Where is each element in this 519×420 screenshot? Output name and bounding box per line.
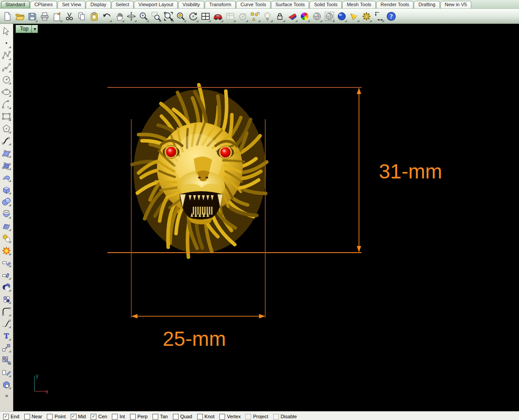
new-file-button[interactable] bbox=[2, 10, 13, 23]
osnap-point-checkbox[interactable] bbox=[47, 414, 53, 420]
mesh-button[interactable] bbox=[1, 221, 11, 231]
osnap-end-checkbox[interactable]: ✓ bbox=[3, 414, 9, 420]
lamp-button[interactable] bbox=[262, 10, 273, 23]
tab-render-tools[interactable]: Render Tools bbox=[376, 1, 414, 8]
osnap-perp-checkbox[interactable] bbox=[130, 414, 136, 420]
tab-solid-tools[interactable]: Solid Tools bbox=[309, 1, 342, 8]
osnap-disable-checkbox[interactable] bbox=[273, 414, 279, 420]
cylinder-button[interactable] bbox=[1, 209, 11, 219]
osnap-quad-checkbox[interactable] bbox=[173, 414, 179, 420]
tab-cplanes[interactable]: CPlanes bbox=[30, 1, 57, 8]
boolean-button[interactable] bbox=[1, 233, 11, 243]
surface-control-points-button[interactable] bbox=[1, 160, 11, 170]
sidebar-more-button[interactable]: » bbox=[5, 393, 8, 399]
orient-button[interactable] bbox=[1, 367, 11, 378]
tab-transform[interactable]: Transform bbox=[205, 1, 236, 8]
paste-button[interactable] bbox=[88, 10, 100, 23]
sphere-button[interactable] bbox=[1, 197, 11, 207]
polygon-button[interactable] bbox=[1, 124, 11, 134]
rotate-view-button[interactable] bbox=[126, 10, 137, 23]
osnap-vertex-checkbox[interactable] bbox=[219, 414, 225, 420]
rectangle-button[interactable] bbox=[1, 111, 11, 121]
osnap-tan-checkbox[interactable] bbox=[153, 414, 158, 420]
circle-button[interactable] bbox=[1, 75, 11, 85]
rendered-view-button[interactable] bbox=[324, 10, 335, 23]
render-button[interactable] bbox=[336, 10, 347, 23]
viewport-title-menu[interactable]: Top bbox=[15, 25, 38, 33]
split-button[interactable] bbox=[1, 270, 11, 280]
tab-curve-tools[interactable]: Curve Tools bbox=[236, 1, 271, 8]
select-points-button[interactable] bbox=[249, 10, 261, 23]
osnap-project-checkbox[interactable] bbox=[245, 414, 251, 420]
surface-loft-button[interactable] bbox=[1, 172, 11, 182]
move-button[interactable] bbox=[1, 343, 11, 353]
undo-button[interactable] bbox=[101, 10, 112, 23]
viewport-layout-button[interactable] bbox=[200, 10, 211, 23]
group-button[interactable] bbox=[1, 294, 11, 304]
tab-select[interactable]: Select bbox=[111, 1, 134, 8]
boolean-icon bbox=[2, 234, 11, 243]
zoom-dynamic-button[interactable] bbox=[138, 10, 149, 23]
point-button[interactable] bbox=[1, 38, 11, 49]
cone-button[interactable] bbox=[348, 10, 360, 23]
zoom-selected-button[interactable] bbox=[175, 10, 187, 23]
osnap-near-checkbox[interactable] bbox=[24, 414, 30, 420]
cplane-button[interactable] bbox=[237, 10, 248, 23]
osnap-cen-checkbox[interactable]: ✓ bbox=[91, 414, 96, 420]
array-button[interactable] bbox=[1, 355, 11, 365]
explode-button[interactable] bbox=[1, 246, 11, 256]
surface-3pt-button[interactable] bbox=[1, 148, 11, 158]
osnap-cen: ✓Cen bbox=[91, 414, 107, 420]
rotate-view-icon bbox=[126, 11, 136, 21]
export-page-button[interactable] bbox=[51, 10, 63, 23]
select-points-icon bbox=[250, 11, 260, 21]
osnap-mid-checkbox[interactable]: ✓ bbox=[71, 414, 76, 420]
tab-display[interactable]: Display bbox=[86, 1, 111, 8]
tab-set-view[interactable]: Set View bbox=[57, 1, 85, 8]
viewport-top[interactable]: Top bbox=[13, 24, 519, 411]
zoom-extents-button[interactable] bbox=[163, 10, 174, 23]
polyline-button[interactable] bbox=[1, 50, 11, 61]
zoom-window-button[interactable] bbox=[150, 10, 162, 23]
open-file-button[interactable] bbox=[14, 10, 26, 23]
display-wedge-button[interactable] bbox=[286, 10, 298, 23]
plan-view-button[interactable] bbox=[225, 10, 236, 23]
viewport-canvas[interactable]: 31-mm 25-mm y x bbox=[13, 24, 519, 411]
dimension-button[interactable] bbox=[373, 10, 385, 23]
fillet-button[interactable] bbox=[1, 306, 11, 317]
shaded-view-button[interactable] bbox=[311, 10, 323, 23]
osnap-knot-checkbox[interactable] bbox=[197, 414, 203, 420]
sphere-icon bbox=[2, 197, 11, 206]
help-button[interactable]: ? bbox=[385, 10, 397, 23]
car-button[interactable] bbox=[212, 10, 224, 23]
tab-surface-tools[interactable]: Surface Tools bbox=[271, 1, 309, 8]
tab-mesh-tools[interactable]: Mesh Tools bbox=[342, 1, 375, 8]
tab-standard[interactable]: Standard bbox=[1, 1, 30, 8]
svg-text:?: ? bbox=[390, 13, 393, 20]
curve-handles-button[interactable] bbox=[1, 136, 11, 146]
tab-viewport-layout[interactable]: Viewport Layout bbox=[134, 1, 178, 8]
ellipse-button[interactable] bbox=[1, 87, 11, 97]
join-button[interactable] bbox=[1, 282, 11, 292]
text-button[interactable]: T bbox=[1, 331, 11, 341]
control-point-curve-button[interactable] bbox=[1, 63, 11, 73]
color-wheel-button[interactable] bbox=[299, 10, 310, 23]
copy-button[interactable] bbox=[76, 10, 88, 23]
osnap-int-checkbox[interactable] bbox=[112, 414, 118, 420]
lock-button[interactable] bbox=[274, 10, 286, 23]
pointer-button[interactable] bbox=[1, 26, 11, 36]
save-file-button[interactable] bbox=[27, 10, 38, 23]
tab-new-in-v5[interactable]: New in V5 bbox=[440, 1, 471, 8]
undo-view-button[interactable] bbox=[187, 10, 199, 23]
solid-union-button[interactable] bbox=[1, 379, 11, 390]
options-gear-button[interactable] bbox=[361, 10, 372, 23]
arc-button[interactable] bbox=[1, 99, 11, 110]
trim-button[interactable] bbox=[1, 257, 11, 268]
tab-drafting[interactable]: Drafting bbox=[414, 1, 440, 8]
extend-button[interactable] bbox=[1, 318, 11, 329]
pan-hand-button[interactable] bbox=[113, 10, 125, 23]
tab-visibility[interactable]: Visibility bbox=[178, 1, 205, 8]
box-button[interactable] bbox=[1, 185, 11, 195]
print-button[interactable] bbox=[39, 10, 50, 23]
cut-button[interactable] bbox=[64, 10, 75, 23]
